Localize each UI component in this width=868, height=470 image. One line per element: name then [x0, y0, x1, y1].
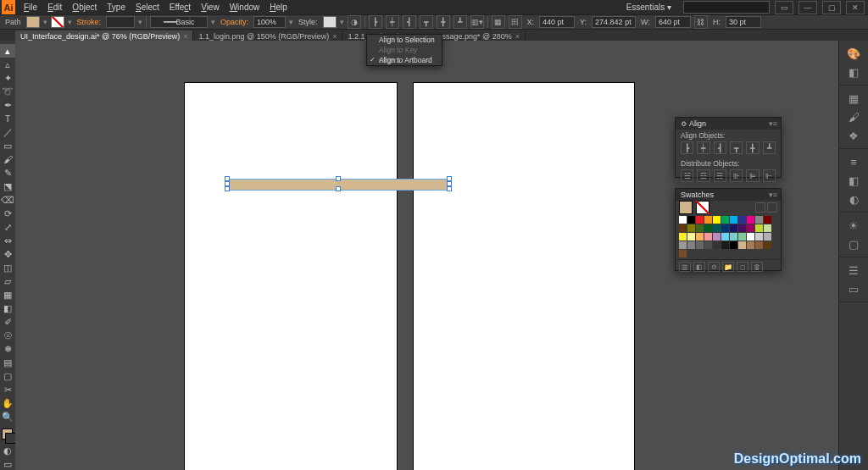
layers-panel-icon[interactable]: ☰	[839, 261, 868, 279]
new-color-group-icon[interactable]: 📁	[722, 262, 734, 272]
link-wh-icon[interactable]: ⛓	[694, 15, 708, 29]
swatch-cell[interactable]	[730, 216, 737, 224]
brush-field[interactable]: ━━━ Basic	[150, 16, 208, 28]
transparency-panel-icon[interactable]: ◐	[839, 190, 868, 208]
swatch-cell[interactable]	[696, 233, 704, 241]
distribute-left-button[interactable]: ⊪	[730, 169, 743, 182]
menu-object[interactable]: Object	[67, 0, 102, 14]
selected-object[interactable]	[227, 179, 449, 189]
hand-tool[interactable]: ✋	[0, 396, 15, 410]
eraser-tool[interactable]: ⌫	[0, 193, 15, 207]
swatch-cell[interactable]	[738, 233, 746, 241]
pencil-tool[interactable]: ✎	[0, 166, 15, 180]
recolor-icon[interactable]: ◑	[348, 15, 361, 29]
type-tool[interactable]: T	[0, 112, 15, 125]
search-input[interactable]	[683, 1, 770, 14]
gradient-panel-icon[interactable]: ◧	[839, 171, 868, 190]
distribute-top-button[interactable]: ☱	[681, 169, 693, 182]
fill-swatch[interactable]	[26, 16, 40, 28]
swatch-cell[interactable]	[738, 241, 746, 249]
swatch-libraries-icon[interactable]: ▥	[679, 262, 691, 272]
fill-stroke-colors[interactable]	[0, 427, 15, 444]
scale-tool[interactable]: ⤢	[0, 220, 15, 234]
swatch-cell[interactable]	[687, 241, 695, 249]
pen-tool[interactable]: ✒	[0, 98, 15, 112]
align-hcenter-button[interactable]: ┿	[697, 141, 709, 154]
distribute-hcenter-button[interactable]: ⊫	[746, 169, 759, 182]
swatch-options-icon[interactable]: ⚙	[708, 262, 720, 272]
distribute-right-button[interactable]: ⊩	[763, 169, 776, 182]
panel-menu-icon[interactable]: ▾≡	[765, 191, 781, 199]
swatch-cell[interactable]	[713, 233, 721, 241]
swatch-cell[interactable]	[679, 216, 687, 224]
paintbrush-tool[interactable]: 🖌	[0, 152, 15, 166]
lasso-tool[interactable]: ➰	[0, 85, 15, 98]
swatch-cell[interactable]	[704, 241, 712, 249]
color-panel-icon[interactable]: 🎨	[839, 44, 868, 63]
menu-window[interactable]: Window	[225, 0, 265, 14]
swatch-cell[interactable]	[747, 216, 754, 224]
graphic-styles-panel-icon[interactable]: ▢	[839, 235, 868, 253]
align-left-icon[interactable]: ┣	[369, 15, 382, 29]
align-left-button[interactable]: ┣	[681, 141, 693, 154]
swatch-cell[interactable]	[687, 233, 695, 241]
rectangle-tool[interactable]: ▭	[0, 139, 15, 152]
artboard[interactable]	[414, 83, 634, 470]
align-top-button[interactable]: ┳	[730, 141, 743, 154]
menu-view[interactable]: View	[196, 0, 225, 14]
eyedropper-tool[interactable]: ✐	[0, 315, 15, 329]
swatch-cell[interactable]	[696, 224, 704, 232]
swatch-cell[interactable]	[679, 241, 687, 249]
workspace-switcher[interactable]: Essentials ▾	[620, 3, 678, 12]
window-close-icon[interactable]: ✕	[846, 1, 865, 14]
window-maximize-icon[interactable]: ▢	[822, 1, 841, 14]
swatch-cell[interactable]	[730, 241, 737, 249]
free-transform-tool[interactable]: ✥	[0, 247, 15, 261]
panel-menu-icon[interactable]: ▾≡	[765, 119, 781, 128]
swatch-cell[interactable]	[755, 224, 763, 232]
distribute-bottom-button[interactable]: ☴	[714, 169, 726, 182]
swatch-cell[interactable]	[713, 241, 721, 249]
swatch-cell[interactable]	[679, 224, 687, 232]
align-right-icon[interactable]: ┫	[403, 15, 416, 29]
stroke-weight-field[interactable]	[106, 16, 135, 28]
close-tab-icon[interactable]: ×	[183, 32, 187, 41]
align-top-icon[interactable]: ┳	[420, 15, 433, 29]
swatch-cell[interactable]	[755, 233, 763, 241]
artboards-panel-icon[interactable]: ▭	[839, 279, 868, 298]
thumb-view-icon[interactable]	[767, 202, 777, 213]
swatch-cell[interactable]	[747, 224, 754, 232]
blob-brush-tool[interactable]: ⬔	[0, 180, 15, 193]
gradient-tool[interactable]: ◧	[0, 301, 15, 315]
selection-tool[interactable]: ▴	[0, 44, 15, 58]
align-right-button[interactable]: ┫	[714, 141, 726, 154]
x-field[interactable]: 440 pt	[539, 16, 575, 28]
graphic-style-swatch[interactable]	[323, 16, 337, 28]
swatch-cell[interactable]	[730, 233, 737, 241]
color-mode-icon[interactable]: ◐	[0, 444, 15, 457]
swatch-cell[interactable]	[687, 224, 695, 232]
swatch-cell[interactable]	[738, 216, 746, 224]
magic-wand-tool[interactable]: ✦	[0, 71, 15, 85]
width-tool[interactable]: ⇔	[0, 234, 15, 247]
blend-tool[interactable]: ⦾	[0, 329, 15, 342]
swatch-cell[interactable]	[704, 216, 712, 224]
menu-file[interactable]: File	[19, 0, 42, 14]
artboard-tool[interactable]: ▢	[0, 369, 15, 383]
close-tab-icon[interactable]: ×	[332, 32, 337, 41]
symbols-panel-icon[interactable]: ❖	[839, 126, 868, 145]
align-vcenter-icon[interactable]: ╋	[437, 15, 450, 29]
graph-tool[interactable]: ▤	[0, 356, 15, 369]
swatch-cell[interactable]	[755, 216, 763, 224]
appearance-panel-icon[interactable]: ☀	[839, 216, 868, 235]
swatch-cell[interactable]	[704, 233, 712, 241]
slice-tool[interactable]: ✂	[0, 383, 15, 396]
swatch-cell[interactable]	[696, 216, 704, 224]
align-vcenter-button[interactable]: ╋	[746, 141, 759, 154]
swatch-cell[interactable]	[764, 216, 771, 224]
y-field[interactable]: 274.842 pt	[592, 16, 636, 28]
swatch-cell[interactable]	[713, 224, 721, 232]
menu-type[interactable]: Type	[102, 0, 131, 14]
swatches-panel-icon[interactable]: ▦	[839, 89, 868, 108]
color-guide-panel-icon[interactable]: ◧	[839, 63, 868, 81]
